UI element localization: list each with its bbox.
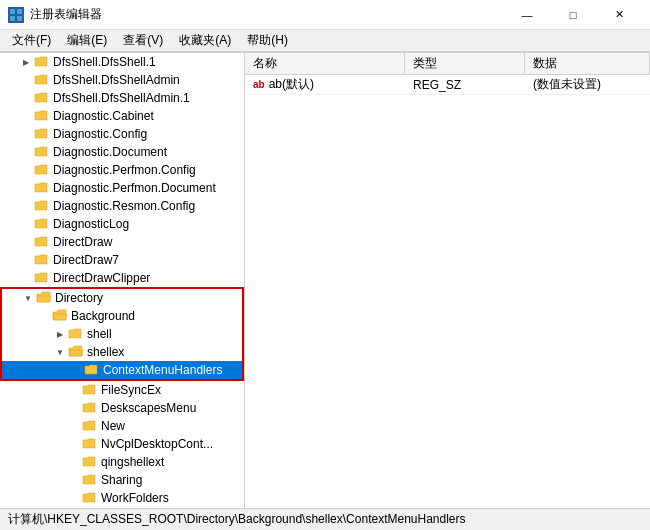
expand-arrow-directory[interactable]: ▼ [20,289,36,307]
expand-arrow-sharing [66,471,82,489]
tree-node-contextmenuhandlers[interactable]: ContextMenuHandlers [2,361,242,379]
tree-node-directdraw[interactable]: DirectDraw [0,233,244,251]
expand-arrow-nvcontrol [66,435,82,453]
window-controls: — □ ✕ [504,0,642,30]
tree-node-shellex[interactable]: ▼ shellex [2,343,242,361]
folder-icon-qingshellext [82,455,98,469]
tree-node-diagnostic-resmon-config[interactable]: Diagnostic.Resmon.Config [0,197,244,215]
tree-node-defaulticon[interactable]: DefaultIcon [0,507,244,508]
expand-arrow-directdraw [18,233,34,251]
node-label-diagnostic-perfmon-config: Diagnostic.Perfmon.Config [53,163,196,177]
tree-node-diagnostic-cabinet[interactable]: Diagnostic.Cabinet [0,107,244,125]
minimize-button[interactable]: — [504,0,550,30]
close-button[interactable]: ✕ [596,0,642,30]
menu-item-a[interactable]: 收藏夹(A) [171,30,239,51]
node-label-filesyncrex: FileSyncEx [101,383,161,397]
expand-arrow-filesyncrex [66,381,82,399]
svg-rect-1 [17,9,22,14]
expand-arrow-directdraw7 [18,251,34,269]
expand-arrow-shell[interactable]: ▶ [52,325,68,343]
cell-data: (数值未设置) [525,75,650,94]
tree-node-diagnostic-config[interactable]: Diagnostic.Config [0,125,244,143]
svg-rect-2 [10,16,15,21]
tree-node-dfsshell1[interactable]: ▶ DfsShell.DfsShell.1 [0,53,244,71]
tree-node-directory[interactable]: ▼ Directory [2,289,242,307]
status-bar: 计算机\HKEY_CLASSES_ROOT\Directory\Backgrou… [0,508,650,530]
expand-arrow-defaulticon [34,507,50,508]
expand-arrow-diagnostic-perfmon-document [18,179,34,197]
tree-node-sharing[interactable]: Sharing [0,471,244,489]
folder-icon-workfolders [82,491,98,505]
node-label-shell: shell [87,327,112,341]
tree-node-background[interactable]: Background [2,307,242,325]
expand-arrow-contextmenuhandlers [68,361,84,379]
node-label-directdraw: DirectDraw [53,235,112,249]
tree-node-diagnostic-document[interactable]: Diagnostic.Document [0,143,244,161]
menu-item-v[interactable]: 查看(V) [115,30,171,51]
expand-arrow-shellex[interactable]: ▼ [52,343,68,361]
col-header-type: 类型 [405,53,525,74]
folder-icon-diagnostic-config [34,127,50,141]
expand-arrow-diagnostic-document [18,143,34,161]
node-label-dfsshell1: DfsShell.DfsShell.1 [53,55,156,69]
folder-icon-new [82,419,98,433]
expand-arrow-dfsshell1[interactable]: ▶ [18,53,34,71]
menu-item-f[interactable]: 文件(F) [4,30,59,51]
tree-node-new[interactable]: New [0,417,244,435]
folder-icon-directdrawclipper [34,271,50,285]
tree-node-qingshellext[interactable]: qingshellext [0,453,244,471]
node-label-nvcontrol: NvCplDesktopCont... [101,437,213,451]
tree-node-diagnosticlog[interactable]: DiagnosticLog [0,215,244,233]
folder-icon-directory [36,291,52,305]
tree-node-shell[interactable]: ▶ shell [2,325,242,343]
node-label-diagnostic-resmon-config: Diagnostic.Resmon.Config [53,199,195,213]
node-label-diagnosticlog: DiagnosticLog [53,217,129,231]
node-label-new: New [101,419,125,433]
right-header: 名称 类型 数据 [245,53,650,75]
folder-icon-directdraw7 [34,253,50,267]
col-header-data: 数据 [525,53,650,74]
menu-item-h[interactable]: 帮助(H) [239,30,296,51]
ab-icon: ab [253,79,265,90]
tree-node-workfolders[interactable]: WorkFolders [0,489,244,507]
node-label-directdraw7: DirectDraw7 [53,253,119,267]
folder-icon-directdraw [34,235,50,249]
tree-node-nvcontrol[interactable]: NvCplDesktopCont... [0,435,244,453]
menu-item-e[interactable]: 编辑(E) [59,30,115,51]
window-title: 注册表编辑器 [30,6,102,23]
folder-icon-nvcontrol [82,437,98,451]
expand-arrow-diagnostic-resmon-config [18,197,34,215]
folder-icon-diagnostic-resmon-config [34,199,50,213]
maximize-button[interactable]: □ [550,0,596,30]
main-container: ▶ DfsShell.DfsShell.1 DfsShell.DfsShellA… [0,52,650,508]
tree-node-directdrawclipper[interactable]: DirectDrawClipper [0,269,244,287]
cell-name: abab(默认) [245,75,405,94]
tree-node-dfsshell-admin1[interactable]: DfsShell.DfsShellAdmin.1 [0,89,244,107]
right-pane: 名称 类型 数据 abab(默认)REG_SZ(数值未设置) [245,53,650,508]
right-row[interactable]: abab(默认)REG_SZ(数值未设置) [245,75,650,95]
expand-arrow-qingshellext [66,453,82,471]
tree-node-diagnostic-perfmon-document[interactable]: Diagnostic.Perfmon.Document [0,179,244,197]
folder-icon-contextmenuhandlers [84,363,100,377]
node-label-dfsshell-admin1: DfsShell.DfsShellAdmin.1 [53,91,190,105]
tree-node-dfsshell-admin[interactable]: DfsShell.DfsShellAdmin [0,71,244,89]
tree-node-directdraw7[interactable]: DirectDraw7 [0,251,244,269]
node-label-sharing: Sharing [101,473,142,487]
node-label-workfolders: WorkFolders [101,491,169,505]
node-label-diagnostic-document: Diagnostic.Document [53,145,167,159]
folder-icon-sharing [82,473,98,487]
folder-icon-deskscapesmenu [82,401,98,415]
folder-icon-dfsshell1 [34,55,50,69]
tree-node-deskscapesmenu[interactable]: DeskscapesMenu [0,399,244,417]
expand-arrow-background [36,307,52,325]
node-label-background: Background [71,309,135,323]
tree-pane[interactable]: ▶ DfsShell.DfsShell.1 DfsShell.DfsShellA… [0,53,245,508]
expand-arrow-workfolders [66,489,82,507]
tree-node-diagnostic-perfmon-config[interactable]: Diagnostic.Perfmon.Config [0,161,244,179]
folder-icon-dfsshell-admin1 [34,91,50,105]
folder-icon-diagnostic-document [34,145,50,159]
tree-node-filesyncrex[interactable]: FileSyncEx [0,381,244,399]
expand-arrow-diagnostic-config [18,125,34,143]
svg-rect-3 [17,16,22,21]
folder-icon-dfsshell-admin [34,73,50,87]
